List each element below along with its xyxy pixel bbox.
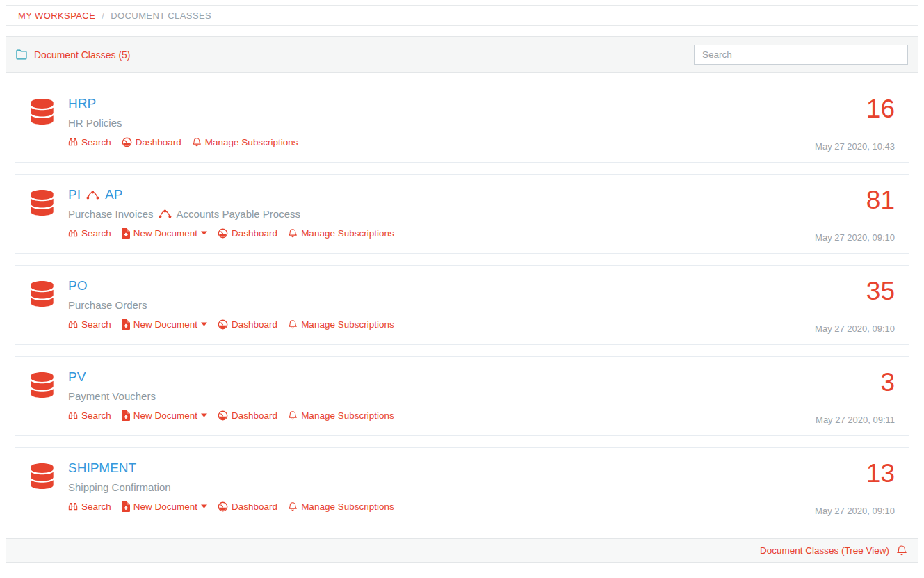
search-input[interactable] (694, 45, 908, 65)
document-count: 16 (866, 96, 895, 122)
database-icon (31, 99, 54, 152)
title-text: SHIPMENT (68, 460, 136, 476)
last-modified-date: May 27 2020, 09:10 (815, 315, 895, 334)
panel-title: Document Classes (5) (16, 49, 131, 61)
caret-down-icon (201, 504, 207, 508)
title-text: AP (105, 187, 122, 203)
action-label: Search (81, 410, 111, 421)
card-actions: SearchNew DocumentDashboardManage Subscr… (68, 501, 394, 512)
gauge-icon (218, 501, 228, 512)
gauge-icon (218, 319, 228, 330)
title-text: PO (68, 278, 87, 294)
bell-icon[interactable] (896, 545, 907, 556)
binoculars-icon (68, 410, 78, 420)
card-stats: 13 May 27 2020, 09:10 (815, 460, 896, 516)
action-label: Search (81, 228, 111, 239)
card-actions: SearchNew DocumentDashboardManage Subscr… (68, 410, 394, 421)
card-stats: 16 May 27 2020, 10:43 (815, 96, 896, 152)
tree-view-link[interactable]: Document Classes (Tree View) (760, 545, 889, 556)
action-label: Manage Subscriptions (301, 501, 394, 512)
last-modified-date: May 27 2020, 09:10 (815, 224, 895, 243)
document-class-title-link[interactable]: PIAP (68, 187, 394, 203)
card-main: PV Payment Vouchers SearchNew DocumentDa… (68, 369, 394, 425)
manage-subscriptions-action[interactable]: Manage Subscriptions (288, 319, 394, 330)
search-action[interactable]: Search (68, 319, 111, 330)
breadcrumb-current: DOCUMENT CLASSES (111, 10, 211, 21)
relation-link-icon (159, 209, 172, 218)
binoculars-icon (68, 137, 78, 147)
title-text: HRP (68, 96, 96, 112)
gauge-icon (218, 228, 228, 239)
card-main: SHIPMENT Shipping Confirmation SearchNew… (68, 460, 394, 516)
last-modified-date: May 27 2020, 09:11 (816, 406, 895, 425)
document-count: 81 (866, 187, 895, 213)
card-actions: SearchDashboardManage Subscriptions (68, 137, 298, 147)
document-count: 3 (880, 369, 895, 395)
document-count: 35 (866, 278, 895, 304)
binoculars-icon (68, 319, 78, 329)
bell-icon (288, 319, 298, 330)
new-document-action[interactable]: New Document (122, 501, 207, 512)
breadcrumb: MY WORKSPACE / DOCUMENT CLASSES (6, 5, 918, 26)
document-class-card: SHIPMENT Shipping Confirmation SearchNew… (15, 447, 909, 527)
description-text: Purchase Orders (68, 299, 147, 312)
document-class-title-link[interactable]: PO (68, 278, 394, 294)
dashboard-action[interactable]: Dashboard (218, 501, 277, 512)
action-label: New Document (133, 501, 197, 512)
document-class-description: Purchase InvoicesAccounts Payable Proces… (68, 208, 394, 220)
panel-header: Document Classes (5) (6, 37, 918, 73)
bell-icon (192, 137, 202, 147)
card-stats: 35 May 27 2020, 09:10 (815, 278, 896, 334)
action-label: New Document (133, 228, 197, 239)
bell-icon (288, 228, 298, 239)
search-action[interactable]: Search (68, 410, 111, 421)
new-document-action[interactable]: New Document (122, 319, 207, 330)
document-class-description: Payment Vouchers (68, 390, 394, 403)
action-label: New Document (133, 410, 197, 421)
action-label: Dashboard (232, 319, 277, 330)
manage-subscriptions-action[interactable]: Manage Subscriptions (192, 137, 298, 147)
action-label: Search (81, 319, 111, 330)
action-label: Dashboard (232, 501, 277, 512)
description-text: Purchase Invoices (68, 208, 154, 220)
search-action[interactable]: Search (68, 137, 111, 147)
manage-subscriptions-action[interactable]: Manage Subscriptions (288, 410, 394, 421)
new-document-action[interactable]: New Document (122, 410, 207, 421)
file_plus-icon (122, 228, 130, 239)
search-action[interactable]: Search (68, 228, 111, 239)
action-label: Manage Subscriptions (301, 319, 394, 330)
file_plus-icon (122, 501, 130, 512)
breadcrumb-separator: / (102, 10, 104, 21)
search-action[interactable]: Search (68, 501, 111, 512)
document-class-card: PIAP Purchase InvoicesAccounts Payable P… (15, 174, 909, 254)
database-icon (31, 281, 54, 334)
document-class-title-link[interactable]: PV (68, 369, 394, 385)
document-class-description: HR Policies (68, 117, 298, 129)
card-stats: 3 May 27 2020, 09:11 (816, 369, 896, 425)
document-class-card: PV Payment Vouchers SearchNew DocumentDa… (15, 356, 909, 436)
document-class-title-link[interactable]: HRP (68, 96, 298, 112)
caret-down-icon (201, 413, 207, 417)
dashboard-action[interactable]: Dashboard (218, 319, 277, 330)
document-count: 13 (866, 460, 895, 486)
caret-down-icon (201, 322, 207, 326)
card-main: PIAP Purchase InvoicesAccounts Payable P… (68, 187, 394, 243)
bell-icon (288, 501, 298, 512)
action-label: Dashboard (232, 410, 277, 421)
panel-title-label: Document Classes (5) (34, 49, 131, 61)
file_plus-icon (122, 410, 130, 421)
manage-subscriptions-action[interactable]: Manage Subscriptions (288, 501, 394, 512)
relation-link-icon (86, 191, 99, 200)
document-class-title-link[interactable]: SHIPMENT (68, 460, 394, 476)
dashboard-action[interactable]: Dashboard (218, 228, 277, 239)
dashboard-action[interactable]: Dashboard (122, 137, 181, 147)
breadcrumb-workspace-link[interactable]: MY WORKSPACE (18, 10, 95, 21)
dashboard-action[interactable]: Dashboard (218, 410, 277, 421)
action-label: Search (81, 137, 111, 147)
document-class-card: HRP HR Policies SearchDashboardManage Su… (15, 83, 909, 163)
title-text: PI (68, 187, 81, 203)
card-actions: SearchNew DocumentDashboardManage Subscr… (68, 228, 394, 239)
manage-subscriptions-action[interactable]: Manage Subscriptions (288, 228, 394, 239)
new-document-action[interactable]: New Document (122, 228, 207, 239)
file_plus-icon (122, 319, 130, 330)
